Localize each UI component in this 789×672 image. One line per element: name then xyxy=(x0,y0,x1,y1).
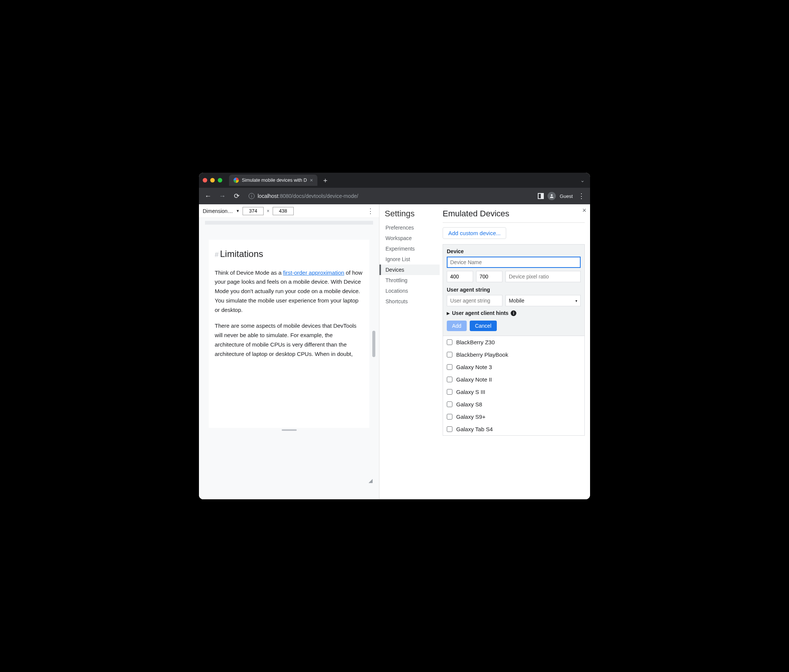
device-list-item[interactable]: BlackBerry Z30 xyxy=(443,336,585,349)
checkbox-icon[interactable] xyxy=(447,426,452,432)
sidebar-item-throttling[interactable]: Throttling xyxy=(385,275,440,286)
cancel-device-button[interactable]: Cancel xyxy=(470,321,497,331)
site-info-icon[interactable]: i xyxy=(249,193,255,199)
viewport-width-input[interactable] xyxy=(243,207,264,215)
ua-section-label: User agent string xyxy=(447,287,581,293)
device-width-input[interactable] xyxy=(447,271,473,282)
heading-text: Limitations xyxy=(220,246,263,261)
custom-device-form: Device User agent string Mobile xyxy=(442,244,585,336)
viewport-resize-corner-icon[interactable]: ◢ xyxy=(369,477,374,483)
devtools-settings: Settings PreferencesWorkspaceExperiments… xyxy=(379,204,590,499)
device-list-item[interactable]: Galaxy S9+ xyxy=(443,411,585,423)
sidebar-item-locations[interactable]: Locations xyxy=(385,286,440,296)
device-name-label: Galaxy S III xyxy=(456,389,486,395)
first-order-link[interactable]: first-order approximation xyxy=(283,269,345,276)
emulated-devices-title: Emulated Devices xyxy=(442,209,585,219)
device-viewport: # Limitations Think of Device Mode as a … xyxy=(199,218,379,499)
device-list-item[interactable]: Galaxy Note II xyxy=(443,373,585,386)
info-icon: i xyxy=(511,310,516,316)
browser-tab[interactable]: Simulate mobile devices with D × xyxy=(229,174,318,186)
checkbox-icon[interactable] xyxy=(447,377,452,382)
maximize-window-icon[interactable] xyxy=(218,178,222,182)
profile-avatar-icon[interactable] xyxy=(548,192,556,200)
settings-main: × Emulated Devices Add custom device... … xyxy=(440,204,590,499)
forward-button[interactable]: → xyxy=(217,191,228,201)
address-bar: ← → ⟳ i localhost:8080/docs/devtools/dev… xyxy=(199,188,590,204)
sidebar-item-shortcuts[interactable]: Shortcuts xyxy=(385,296,440,307)
checkbox-icon[interactable] xyxy=(447,414,452,419)
checkbox-icon[interactable] xyxy=(447,402,452,407)
page-scrollbar[interactable] xyxy=(372,331,375,357)
ua-string-input[interactable] xyxy=(447,295,502,306)
close-settings-icon[interactable]: × xyxy=(582,206,586,214)
device-toolbar: Dimension… ▼ × ⋮ xyxy=(199,204,379,218)
url-bar[interactable]: i localhost:8080/docs/devtools/device-mo… xyxy=(246,190,534,202)
settings-sidebar: Settings PreferencesWorkspaceExperiments… xyxy=(379,204,440,499)
device-name-label: BlackBerry Z30 xyxy=(456,339,495,346)
device-toolbar-menu-icon[interactable]: ⋮ xyxy=(366,208,375,214)
device-list-item[interactable]: Galaxy S8 xyxy=(443,398,585,411)
checkbox-icon[interactable] xyxy=(447,364,452,370)
side-panel-icon[interactable] xyxy=(538,193,544,199)
ua-type-select[interactable]: Mobile ▾ xyxy=(505,295,581,306)
device-name-label: Galaxy Note 3 xyxy=(456,364,492,370)
device-dpr-input[interactable] xyxy=(505,271,581,282)
dimensions-label: Dimension… xyxy=(203,208,233,214)
tab-bar: Simulate mobile devices with D × ＋ ⌄ xyxy=(199,173,590,188)
close-tab-icon[interactable]: × xyxy=(310,178,313,183)
page-heading: # Limitations xyxy=(215,246,363,261)
add-custom-device-button[interactable]: Add custom device... xyxy=(442,227,506,239)
sidebar-item-workspace[interactable]: Workspace xyxy=(385,233,440,243)
content-area: Dimension… ▼ × ⋮ # Limitations Think of … xyxy=(199,204,590,499)
device-list-item[interactable]: Galaxy S III xyxy=(443,386,585,398)
add-device-button[interactable]: Add xyxy=(447,321,467,331)
device-name-label: Galaxy Note II xyxy=(456,376,492,382)
sidebar-item-preferences[interactable]: Preferences xyxy=(385,222,440,233)
reload-button[interactable]: ⟳ xyxy=(231,191,242,201)
checkbox-icon[interactable] xyxy=(447,389,452,395)
device-name-label: Galaxy S9+ xyxy=(456,413,486,420)
viewport-resize-bottom[interactable] xyxy=(209,429,369,432)
profile-label: Guest xyxy=(560,194,573,199)
top-ruler xyxy=(205,221,373,225)
url-port: :8080 xyxy=(278,193,291,199)
sidebar-item-ignore-list[interactable]: Ignore List xyxy=(385,254,440,264)
close-window-icon[interactable] xyxy=(203,178,207,182)
device-name-label: Galaxy Tab S4 xyxy=(456,426,493,432)
device-list-item[interactable]: Blackberry PlayBook xyxy=(443,349,585,361)
tab-title: Simulate mobile devices with D xyxy=(242,178,307,183)
device-name-label: Blackberry PlayBook xyxy=(456,351,508,358)
device-name-input[interactable] xyxy=(447,257,581,268)
svg-point-0 xyxy=(551,194,553,196)
tabs-dropdown-icon[interactable]: ⌄ xyxy=(580,177,586,183)
ua-type-value: Mobile xyxy=(509,298,524,304)
device-list: BlackBerry Z30Blackberry PlayBookGalaxy … xyxy=(442,336,585,436)
checkbox-icon[interactable] xyxy=(447,339,452,345)
chrome-favicon-icon xyxy=(233,178,239,183)
heading-hash-icon: # xyxy=(215,250,219,261)
page-paragraph-1: Think of Device Mode as a first-order ap… xyxy=(215,268,363,315)
device-mode-pane: Dimension… ▼ × ⋮ # Limitations Think of … xyxy=(199,204,379,499)
window-controls xyxy=(203,178,222,182)
checkbox-icon[interactable] xyxy=(447,352,452,357)
device-height-input[interactable] xyxy=(476,271,502,282)
device-name-label: Galaxy S8 xyxy=(456,401,482,408)
emulated-page[interactable]: # Limitations Think of Device Mode as a … xyxy=(209,240,369,428)
viewport-height-input[interactable] xyxy=(273,207,294,215)
device-list-item[interactable]: Galaxy Note 3 xyxy=(443,361,585,373)
triangle-right-icon: ▶ xyxy=(447,311,450,315)
browser-window: Simulate mobile devices with D × ＋ ⌄ ← →… xyxy=(199,173,590,499)
ua-client-hints-toggle[interactable]: ▶ User agent client hints i xyxy=(447,310,581,316)
sidebar-item-devices[interactable]: Devices xyxy=(379,264,440,275)
back-button[interactable]: ← xyxy=(203,191,213,201)
device-section-label: Device xyxy=(447,248,581,254)
url-path: /docs/devtools/device-mode/ xyxy=(291,193,358,199)
new-tab-button[interactable]: ＋ xyxy=(320,175,330,185)
browser-menu-icon[interactable]: ⋮ xyxy=(577,193,586,199)
sidebar-item-experiments[interactable]: Experiments xyxy=(385,243,440,254)
device-list-item[interactable]: Galaxy Tab S4 xyxy=(443,423,585,435)
ua-hints-label: User agent client hints xyxy=(452,310,508,316)
dimensions-dropdown-icon[interactable]: ▼ xyxy=(236,209,240,213)
minimize-window-icon[interactable] xyxy=(210,178,215,182)
settings-title: Settings xyxy=(385,209,440,219)
